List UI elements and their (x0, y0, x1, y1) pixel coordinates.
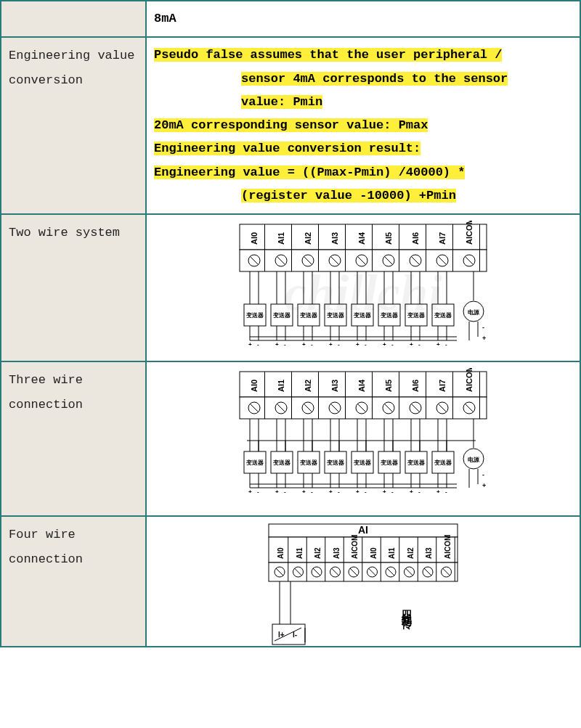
svg-text:变送器: 变送器 (380, 459, 398, 466)
svg-text:-: - (391, 488, 394, 495)
svg-text:+: + (356, 341, 359, 348)
row-four-wire-diagram: AI AI0AI1AI2AI3AICOMAI0AI1AI2AI3AICOM I+… (146, 516, 580, 647)
svg-text:+: + (302, 488, 306, 495)
svg-text:+: + (482, 482, 486, 489)
svg-text:+: + (410, 488, 413, 495)
row-three-wire-diagram: AI0AI1AI2AI3AI4AI5AI6AI7AICOM 变送器+-变送器+-… (146, 361, 580, 516)
svg-text:变送器: 变送器 (245, 311, 264, 319)
eng-line1: Pseudo false assumes that the user perip… (154, 48, 502, 62)
svg-text:-: - (257, 341, 259, 348)
row-engineering-label: Engineering value conversion (1, 37, 146, 214)
row-8ma: 8mA (1, 1, 580, 37)
eng-line4: 20mA corresponding sensor value: Pmax (154, 118, 428, 132)
svg-text:AI2: AI2 (304, 232, 312, 245)
svg-text:AI0: AI0 (370, 547, 378, 559)
svg-text:-: - (365, 488, 367, 495)
svg-text:+: + (436, 341, 440, 348)
svg-text:-: - (482, 324, 484, 331)
row-two-wire: Two wire system chillchi AI0AI1AI2AI3AI4… (1, 214, 580, 361)
svg-text:变送器: 变送器 (299, 459, 317, 466)
svg-text:AI6: AI6 (411, 232, 420, 245)
svg-text:-: - (338, 341, 340, 348)
svg-text:变送器: 变送器 (299, 311, 317, 319)
svg-text:AI1: AI1 (277, 232, 285, 245)
row-8ma-content: 8mA (146, 1, 580, 37)
svg-text:变送器: 变送器 (326, 459, 344, 466)
svg-text:+: + (329, 341, 333, 348)
svg-text:+: + (248, 341, 252, 348)
svg-text:变送器: 变送器 (326, 311, 344, 319)
row-three-wire: Three wire connection AI0AI1AI2AI3AI4AI5… (1, 361, 580, 516)
svg-text:-: - (284, 488, 286, 495)
svg-text:-: - (418, 341, 420, 348)
row-engineering: Engineering value conversion Pseudo fals… (1, 37, 580, 214)
svg-text:变送器: 变送器 (272, 311, 290, 319)
svg-text:AI2: AI2 (304, 380, 312, 392)
svg-text:-: - (284, 341, 286, 348)
row-two-wire-label: Two wire system (1, 214, 146, 361)
svg-text:-: - (445, 341, 447, 348)
row-three-wire-label: Three wire connection (1, 361, 146, 516)
svg-text:+: + (329, 488, 333, 495)
svg-text:+: + (410, 341, 413, 348)
svg-text:-: - (418, 488, 420, 495)
svg-text:AICOM: AICOM (465, 368, 474, 392)
svg-text:+: + (302, 341, 306, 348)
two-wire-svg: AI0AI1AI2AI3AI4AI5AI6AI7AICOM 变送器+-变送器+-… (211, 221, 516, 355)
svg-text:AI7: AI7 (438, 380, 447, 392)
eng-line2: sensor 4mA corresponds to the sensor (241, 72, 508, 86)
spec-table: 8mA Engineering value conversion Pseudo … (0, 0, 581, 647)
svg-text:AI4: AI4 (357, 379, 366, 392)
svg-text:-: - (311, 488, 313, 495)
svg-text:变送器: 变送器 (407, 459, 425, 466)
svg-text:+: + (275, 488, 279, 495)
svg-text:AI7: AI7 (438, 232, 447, 245)
row-engineering-content: Pseudo false assumes that the user perip… (146, 37, 580, 214)
svg-text:-: - (365, 341, 367, 348)
svg-text:AI5: AI5 (384, 232, 393, 245)
svg-text:变送器: 变送器 (245, 459, 264, 466)
svg-text:AI1: AI1 (277, 380, 285, 392)
svg-text:AI2: AI2 (407, 547, 415, 559)
svg-text:AI5: AI5 (384, 380, 393, 392)
svg-text:AI4: AI4 (357, 232, 366, 245)
svg-text:AI0: AI0 (277, 547, 285, 559)
svg-text:AI3: AI3 (425, 547, 433, 559)
svg-text:+: + (356, 488, 359, 495)
svg-text:变送器: 变送器 (380, 311, 398, 319)
four-wire-svg: AI AI0AI1AI2AI3AICOMAI0AI1AI2AI3AICOM I+… (218, 523, 508, 646)
svg-text:AI1: AI1 (388, 547, 396, 559)
eng-line5: Engineering value conversion result: (154, 142, 420, 155)
svg-text:+: + (383, 341, 386, 348)
svg-text:+: + (482, 335, 486, 342)
three-wire-svg: AI0AI1AI2AI3AI4AI5AI6AI7AICOM 变送器+-变送器+-… (211, 368, 516, 510)
svg-text:-: - (338, 488, 340, 495)
svg-text:AI1: AI1 (296, 547, 304, 559)
svg-text:变送器: 变送器 (407, 311, 425, 319)
svg-text:电源: 电源 (468, 457, 480, 463)
svg-text:AI0: AI0 (250, 232, 259, 245)
svg-text:电源: 电源 (468, 309, 480, 316)
svg-text:变送器: 变送器 (272, 459, 290, 466)
svg-text:-: - (391, 341, 394, 348)
svg-text:变送器: 变送器 (434, 459, 452, 466)
four-wire-cn-label: 四线制传 (401, 602, 413, 630)
svg-text:AI2: AI2 (314, 547, 322, 559)
svg-text:+: + (275, 341, 279, 348)
svg-text:+: + (248, 488, 252, 495)
svg-text:-: - (445, 488, 447, 495)
svg-text:AI3: AI3 (330, 380, 339, 392)
svg-text:AICOM: AICOM (351, 535, 359, 559)
svg-text:-: - (257, 488, 259, 495)
eng-line3: value: Pmin (241, 95, 322, 109)
svg-text:AI6: AI6 (411, 380, 420, 392)
svg-text:AI0: AI0 (250, 380, 259, 392)
ai-header-text: AI (358, 524, 368, 536)
svg-text:-: - (311, 341, 313, 348)
svg-text:AI3: AI3 (330, 232, 339, 245)
row-four-wire: Four wire connection AI AI0AI1AI2AI3AICO… (1, 516, 580, 647)
svg-text:+: + (436, 488, 440, 495)
svg-text:-: - (482, 471, 484, 478)
row-two-wire-diagram: chillchi AI0AI1AI2AI3AI4AI5AI6AI7AICOM 变… (146, 214, 580, 361)
svg-text:+: + (383, 488, 386, 495)
